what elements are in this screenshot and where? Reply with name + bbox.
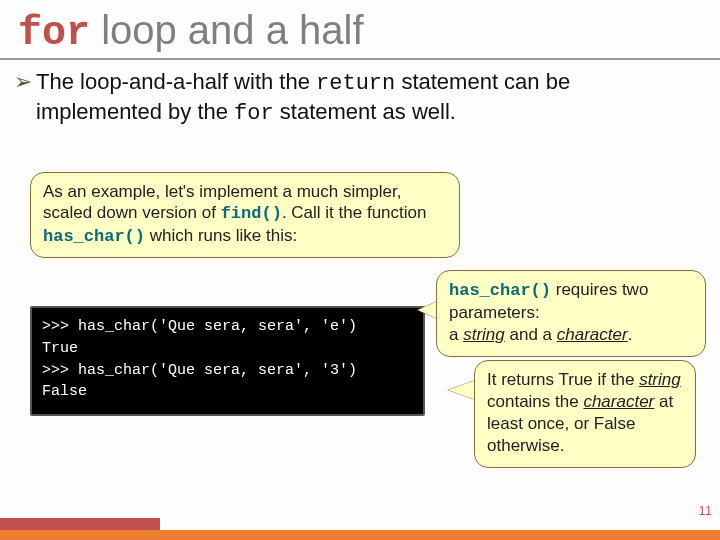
bullet-pre: The loop-and-a-half with the (36, 69, 316, 94)
title-keyword: for (18, 11, 90, 56)
bullet-kw-return: return (316, 71, 395, 96)
callout2-t2a: a (449, 325, 463, 344)
callout3-tail-icon (448, 380, 476, 400)
callout1-haschar: has_char() (43, 227, 145, 246)
callout-params: has_char() requires two parameters: a st… (436, 270, 706, 357)
code-line1: >>> has_char('Que sera, sera', 'e') (42, 318, 357, 335)
slide-number: 11 (699, 504, 712, 518)
callout1-text3: which runs like this: (145, 226, 297, 245)
callout1-find: find() (221, 204, 282, 223)
callout1-text2: . Call it the function (282, 203, 427, 222)
chevron-icon: ➢ (14, 68, 32, 96)
bullet-text: The loop-and-a-half with the return stat… (36, 68, 702, 127)
callout2-char: character (557, 325, 628, 344)
title-rest: loop and a half (90, 8, 364, 52)
slide-title: for loop and a half (0, 0, 720, 60)
code-line2: True (42, 340, 78, 357)
callout2-t2b: and a (505, 325, 557, 344)
callout3-string: string (639, 370, 681, 389)
callout2-fn: has_char() (449, 281, 551, 300)
callout3-char: character (583, 392, 654, 411)
callout2-t2c: . (628, 325, 633, 344)
bullet-row: ➢ The loop-and-a-half with the return st… (0, 68, 720, 127)
callout-return: It returns True if the string contains t… (474, 360, 696, 468)
code-line3: >>> has_char('Que sera, sera', '3') (42, 362, 357, 379)
footer-accent-bar (0, 518, 160, 530)
callout-intro: As an example, let's implement a much si… (30, 172, 460, 258)
footer-base-bar (0, 530, 720, 540)
callout2-string: string (463, 325, 505, 344)
code-block: >>> has_char('Que sera, sera', 'e') True… (30, 306, 425, 416)
code-line4: False (42, 383, 87, 400)
bullet-post: statement as well. (274, 99, 456, 124)
bullet-kw-for: for (234, 101, 274, 126)
callout3-t1: It returns True if the (487, 370, 639, 389)
callout3-t2: contains the (487, 392, 583, 411)
